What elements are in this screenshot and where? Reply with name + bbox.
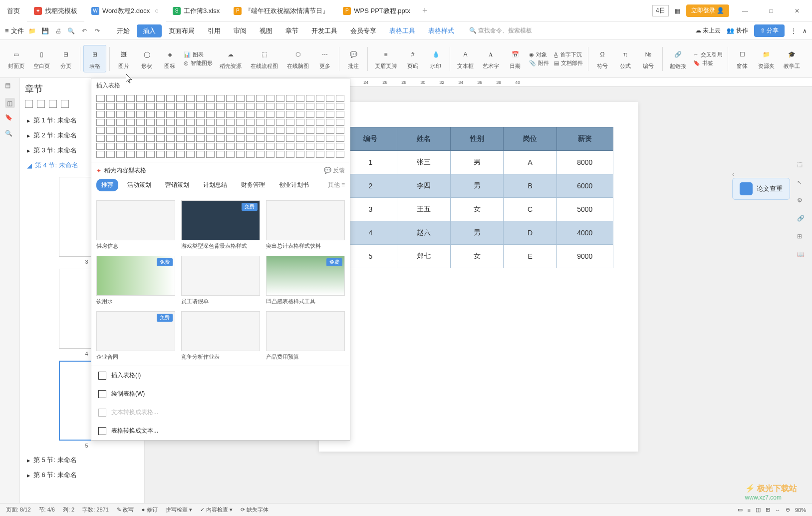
grid-cell[interactable] (136, 111, 145, 118)
template-item[interactable]: 产品费用预算 (266, 311, 345, 361)
grid-cell[interactable] (226, 135, 235, 142)
employee-table[interactable]: 编号 姓名 性别 岗位 薪资 1张三男A8000 2李四男B6000 3王五女C… (344, 127, 613, 268)
feedback-link[interactable]: 💬 反馈 (324, 166, 345, 175)
undo-icon[interactable]: ↶ (80, 26, 89, 35)
grid-cell[interactable] (326, 95, 334, 102)
grid-cell[interactable] (306, 135, 314, 142)
thesis-check-button[interactable]: 论文查重 (732, 178, 790, 200)
grid-cell[interactable] (226, 95, 235, 102)
grid-cell[interactable] (216, 103, 225, 110)
grid-cell[interactable] (196, 143, 205, 150)
grid-cell[interactable] (156, 95, 165, 102)
grid-cell[interactable] (306, 151, 314, 158)
grid-cell[interactable] (206, 103, 215, 110)
rb-attach[interactable]: 📎 附件 (529, 59, 549, 67)
grid-cell[interactable] (256, 127, 265, 134)
grid-cell[interactable] (316, 143, 324, 150)
grid-cell[interactable] (236, 111, 245, 118)
grid-cell[interactable] (326, 111, 334, 118)
grid-cell[interactable] (276, 143, 284, 150)
rb-form[interactable]: ☐窗体 (731, 45, 753, 72)
sb-font[interactable]: ⟳ 缺失字体 (241, 506, 269, 514)
grid-cell[interactable] (246, 143, 255, 150)
grid-cell[interactable] (276, 135, 284, 142)
rb-header[interactable]: ≡页眉页脚 (371, 45, 401, 72)
grid-cell[interactable] (206, 95, 215, 102)
stats-icon[interactable]: 4日 (652, 5, 669, 16)
rb-smartart[interactable]: ◎ 智能图形 (184, 59, 213, 67)
tab-layout[interactable]: 页面布局 (163, 24, 201, 37)
grid-cell[interactable] (96, 95, 105, 102)
grid-cell[interactable] (156, 151, 165, 158)
nav-section-6[interactable]: ▸ 第 6 节: 未命名 (25, 468, 139, 483)
grid-cell[interactable] (176, 95, 185, 102)
grid-cell[interactable] (266, 103, 274, 110)
rb-pagenum[interactable]: #页码 (402, 45, 424, 72)
grid-cell[interactable] (166, 103, 175, 110)
grid-cell[interactable] (246, 103, 255, 110)
settings-icon[interactable]: ⚙ (797, 197, 807, 207)
grid-cell[interactable] (116, 95, 125, 102)
grid-cell[interactable] (336, 95, 344, 102)
grid-cell[interactable] (226, 127, 235, 134)
rb-flowchart[interactable]: ⬚在线流程图 (247, 45, 282, 72)
grid-cell[interactable] (126, 119, 135, 126)
grid-cell[interactable] (246, 119, 255, 126)
outline-icon[interactable]: ▤ (5, 82, 15, 92)
dd-more[interactable]: 其他 ≡ (328, 181, 345, 189)
document-page[interactable]: 编号 姓名 性别 岗位 薪资 1张三男A8000 2李四男B6000 3王五女C… (319, 102, 638, 452)
grid-cell[interactable] (336, 111, 344, 118)
grid-cell[interactable] (216, 111, 225, 118)
grid-cell[interactable] (126, 143, 135, 150)
preview-icon[interactable]: 🔍 (67, 26, 76, 35)
sb-section[interactable]: 节: 4/6 (39, 506, 55, 514)
rb-blank[interactable]: ▯空白页 (29, 45, 54, 72)
grid-cell[interactable] (176, 127, 185, 134)
dd-tab-rec[interactable]: 推荐 (96, 179, 118, 191)
rb-resource[interactable]: 📁资源夹 (754, 45, 779, 72)
dd-tab-startup[interactable]: 创业计划书 (274, 179, 314, 191)
grid-cell[interactable] (286, 127, 294, 134)
sb-track[interactable]: ✎ 改写 (117, 506, 134, 514)
grid-cell[interactable] (236, 143, 245, 150)
grid-cell[interactable] (256, 151, 265, 158)
rb-number[interactable]: №编号 (637, 45, 659, 72)
grid-cell[interactable] (246, 111, 255, 118)
grid-cell[interactable] (146, 103, 155, 110)
login-button[interactable]: 立即登录 👤 (686, 4, 729, 17)
tab-ppt2[interactable]: PWPS PPT教程.pptx (336, 0, 417, 22)
grid-cell[interactable] (236, 95, 245, 102)
grid-cell[interactable] (166, 143, 175, 150)
grid-cell[interactable] (116, 119, 125, 126)
grid-cell[interactable] (116, 135, 125, 142)
redo-icon[interactable]: ↷ (93, 26, 102, 35)
grid-icon[interactable]: ⊞ (797, 233, 807, 243)
view-print-icon[interactable]: ▭ (738, 507, 743, 513)
rb-symbol[interactable]: Ω符号 (591, 45, 613, 72)
rb-icon[interactable]: ◈图标 (159, 45, 181, 72)
minimize-button[interactable]: — (735, 3, 755, 18)
rb-wordart[interactable]: 𝐀艺术字 (479, 45, 503, 72)
table-to-text-menu[interactable]: 表格转换成文本... (91, 422, 350, 440)
grid-cell[interactable] (156, 143, 165, 150)
grid-cell[interactable] (126, 135, 135, 142)
collab-button[interactable]: 👥 协作 (727, 26, 748, 35)
tab-review[interactable]: 审阅 (228, 24, 253, 37)
save-icon[interactable]: 💾 (41, 26, 50, 35)
tab-home[interactable]: 首页 (0, 0, 27, 22)
grid-cell[interactable] (286, 143, 294, 150)
grid-cell[interactable] (326, 135, 334, 142)
rb-object[interactable]: ◉ 对象 (529, 51, 549, 58)
grid-cell[interactable] (326, 143, 334, 150)
grid-cell[interactable] (196, 151, 205, 158)
grid-cell[interactable] (296, 151, 304, 158)
select-icon[interactable]: ⬚ (797, 161, 807, 171)
grid-cell[interactable] (276, 95, 284, 102)
grid-cell[interactable] (176, 143, 185, 150)
grid-cell[interactable] (316, 95, 324, 102)
apps-icon[interactable]: ▦ (675, 7, 680, 14)
grid-cell[interactable] (96, 111, 105, 118)
grid-cell[interactable] (216, 119, 225, 126)
grid-cell[interactable] (216, 95, 225, 102)
grid-cell[interactable] (106, 151, 115, 158)
